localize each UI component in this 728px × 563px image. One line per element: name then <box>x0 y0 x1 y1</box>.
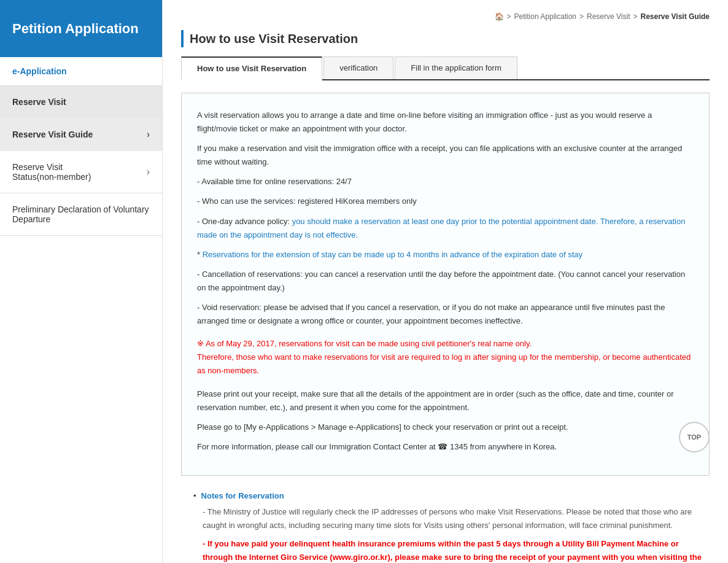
tab-fill-form[interactable]: Fill in the application form <box>395 56 517 79</box>
sidebar-item-e-application[interactable]: e-Application <box>0 57 162 86</box>
content-bullet4: * Reservations for the extension of stay… <box>197 248 694 262</box>
breadcrumb-current: Reserve Visit Guide <box>641 12 710 21</box>
page-title-bar: How to use Visit Reservation <box>181 30 710 47</box>
sidebar: Petition Application e-Application Reser… <box>0 0 163 563</box>
content-para-print: Please print out your receipt, make sure… <box>197 387 694 414</box>
breadcrumb: 🏠 > Petition Application > Reserve Visit… <box>181 12 710 21</box>
chevron-right-icon: › <box>147 166 150 177</box>
sidebar-item-label: Reserve Visit <box>12 97 66 107</box>
sidebar-item-reserve-visit[interactable]: Reserve Visit <box>0 86 162 118</box>
title-blue-bar <box>181 30 184 47</box>
sidebar-item-preliminary-declaration[interactable]: Preliminary Declaration of Voluntary Dep… <box>0 193 162 235</box>
tab-how-to-use[interactable]: How to use Visit Reservation <box>181 56 322 80</box>
content-bullet5: - Cancellation of reservations: you can … <box>197 268 694 295</box>
notes-bullet-marker: • Notes for Reservation <box>193 491 710 505</box>
content-bullet6: - Void reservation: please be advised th… <box>197 301 694 328</box>
tabs-bar: How to use Visit Reservation verificatio… <box>181 56 710 80</box>
main-content: 🏠 > Petition Application > Reserve Visit… <box>163 0 728 563</box>
sidebar-item-label: Reserve Visit Guide <box>12 130 93 139</box>
breadcrumb-sep1: > <box>507 12 511 21</box>
top-button[interactable]: TOP <box>679 422 710 452</box>
notes-section: • Notes for Reservation - The Ministry o… <box>181 491 710 563</box>
content-bullet2: - Who can use the services: registered H… <box>197 195 694 208</box>
content-bullet3: - One-day advance policy: you should mak… <box>197 215 694 242</box>
content-bullet4-blue: Reservations for the extension of stay c… <box>203 250 583 259</box>
sidebar-item-reserve-visit-status[interactable]: Reserve VisitStatus(non-member) › <box>0 151 162 193</box>
note1: - The Ministry of Justice will regularly… <box>203 505 710 532</box>
sidebar-title: Petition Application <box>12 21 139 37</box>
content-notice-red: ※ As of May 29, 2017, reservations for v… <box>197 337 694 378</box>
breadcrumb-item1: Petition Application <box>514 12 576 21</box>
content-bullet1: - Available time for online reservations… <box>197 175 694 188</box>
notes-content: - The Ministry of Justice will regularly… <box>193 505 710 563</box>
content-box: A visit reservation allows you to arrang… <box>181 93 710 476</box>
home-icon: 🏠 <box>495 12 504 21</box>
breadcrumb-item2: Reserve Visit <box>587 12 630 21</box>
sidebar-item-reserve-visit-guide[interactable]: Reserve Visit Guide › <box>0 118 162 151</box>
note2: - If you have paid your delinquent healt… <box>203 537 710 563</box>
breadcrumb-sep3: > <box>633 12 637 21</box>
notes-title: Notes for Reservation <box>201 491 284 500</box>
sidebar-item-label: Preliminary Declaration of Voluntary Dep… <box>12 204 150 224</box>
page-title: How to use Visit Reservation <box>190 32 358 46</box>
content-para-contact: For more information, please call our Im… <box>197 440 694 454</box>
sidebar-item-label: Reserve VisitStatus(non-member) <box>12 162 91 182</box>
sidebar-header: Petition Application <box>0 0 162 57</box>
chevron-right-icon: › <box>147 129 150 140</box>
breadcrumb-sep2: > <box>579 12 584 21</box>
content-para1: A visit reservation allows you to arrang… <box>197 109 694 136</box>
content-para-manage: Please go to [My e-Applications > Manage… <box>197 421 694 434</box>
content-para2: If you make a reservation and visit the … <box>197 142 694 169</box>
tab-verification[interactable]: verification <box>323 56 393 79</box>
